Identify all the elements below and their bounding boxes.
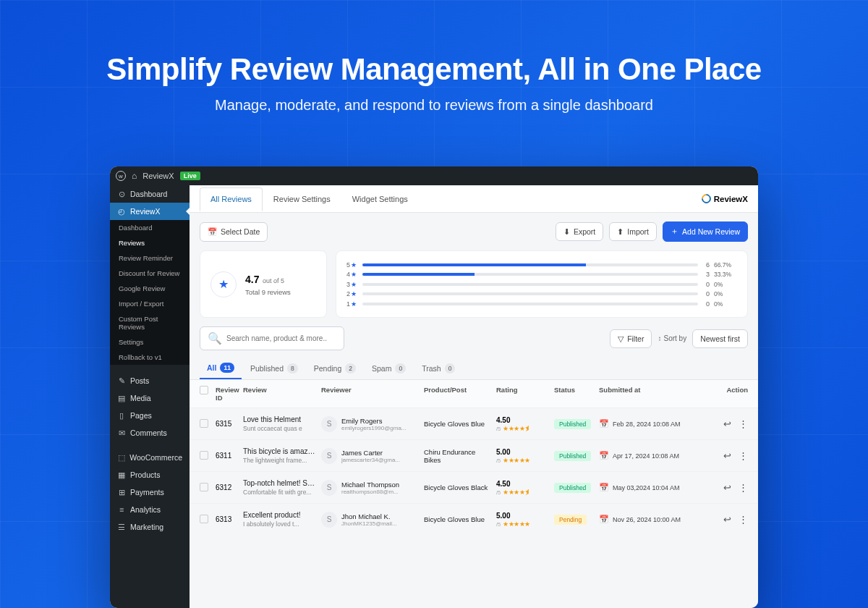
sidebar-item-reviews[interactable]: Reviews [110,235,190,250]
sidebar-item-posts[interactable]: ✎Posts [110,372,190,389]
rating-value: 4.50 [496,416,510,424]
export-button[interactable]: ⬇Export [556,222,603,241]
rating-value: 5.00 [496,512,510,520]
sidebar-item-woocommerce[interactable]: ⬚WooCommerce [110,449,190,466]
titlebar-app-name: ReviewX [142,172,174,180]
row-checkbox[interactable] [200,515,208,523]
review-title: Top-notch helmet! Saf... [243,479,315,487]
sidebar-item-rollback-to-v1[interactable]: Rollback to v1 [110,350,190,365]
status-tab-pending[interactable]: Pending2 [307,358,363,379]
wordpress-icon: w [116,171,126,181]
reviewer-name: James Carter [341,449,400,457]
sort-icon: ↕ [658,334,661,342]
count-badge: 2 [345,363,356,373]
sidebar-item-google-review[interactable]: Google Review [110,281,190,296]
main-content: All ReviewsReview SettingsWidget Setting… [190,185,758,608]
star-icon: ★ [210,271,237,297]
row-checkbox[interactable] [200,419,208,428]
sidebar-item-import-export[interactable]: Import / Export [110,296,190,311]
reviewer-email: JhonMK1235@mail... [341,520,397,527]
calendar-icon: 📅 [599,451,609,460]
row-checkbox[interactable] [200,483,208,491]
row-checkbox[interactable] [200,451,208,460]
menu-icon: ⬚ [117,453,125,462]
search-input[interactable] [226,334,336,342]
rating-distribution: 5★666.7%4★333.3%3★00%2★00%1★00% [336,250,748,318]
menu-icon: ⊙ [117,190,126,198]
sidebar-item-review-reminder[interactable]: Review Reminder [110,250,190,266]
sidebar-item-media[interactable]: ▤Media [110,389,190,407]
sidebar-item-discount-for-review[interactable]: Discount for Review [110,266,190,281]
sidebar-item-reviewx[interactable]: ◴ReviewX [110,203,190,220]
star-rating: ★★★★★ [503,457,530,464]
status-badge: Published [554,419,591,429]
upload-icon: ⬆ [617,227,624,236]
product-name: Bicycle Gloves Black [424,484,492,491]
newest-first-button[interactable]: Newest first [692,329,748,348]
download-icon: ⬇ [563,227,570,236]
rating-bar-3: 3★00% [346,281,737,288]
reviewer-name: Emily Rogers [341,417,407,425]
menu-icon: ✎ [117,376,126,385]
reviewer-email: jamescarter34@gma... [341,457,400,463]
status-tab-published[interactable]: Published8 [243,358,305,379]
add-new-review-button[interactable]: ＋Add New Review [663,221,748,242]
sidebar-item-settings[interactable]: Settings [110,334,190,350]
sidebar-item-products[interactable]: ▦Products [110,466,190,484]
reply-icon[interactable]: ↩ [723,514,731,525]
sidebar-item-custom-post-reviews[interactable]: Custom Post Reviews [110,311,190,334]
status-tab-spam[interactable]: Spam0 [365,358,413,379]
menu-icon: ✉ [117,428,126,437]
total-reviews: Total 9 reviews [245,288,291,296]
table-header: Review ID Review Reviewer Product/Post R… [190,380,758,408]
brand-icon [699,192,712,205]
tab-review-settings[interactable]: Review Settings [263,187,341,211]
menu-icon: ⊞ [117,488,126,497]
reply-icon[interactable]: ↩ [723,418,731,429]
brand-logo: ReviewX [702,194,748,203]
table-row: 6311 This bicycle is amazing!The lightwe… [190,439,758,471]
star-rating: ★★★★⯨ [503,425,531,432]
product-name: Bicycle Gloves Blue [424,420,492,428]
search-icon: 🔍 [208,332,222,345]
review-id: 6311 [216,452,243,460]
tab-all-reviews[interactable]: All Reviews [200,187,263,211]
sidebar-item-comments[interactable]: ✉Comments [110,424,190,442]
sidebar-item-pages[interactable]: ▯Pages [110,407,190,424]
home-icon[interactable]: ⌂ [132,171,137,181]
avatar: S [321,416,337,432]
more-icon[interactable]: ⋮ [739,418,748,429]
reply-icon[interactable]: ↩ [723,482,731,493]
table-row: 6313 Excellent product!I absolutely love… [190,503,758,535]
search-box[interactable]: 🔍 [200,326,344,350]
sidebar-item-dashboard[interactable]: ⊙Dashboard [110,185,190,203]
product-name: Bicycle Gloves Blue [424,515,492,523]
menu-icon: ≡ [117,505,126,514]
sidebar-item-payments[interactable]: ⊞Payments [110,484,190,501]
hero-subtitle: Manage, moderate, and respond to reviews… [0,97,868,114]
more-icon[interactable]: ⋮ [739,450,748,461]
tab-widget-settings[interactable]: Widget Settings [341,187,419,211]
plus-icon: ＋ [671,227,678,237]
star-rating: ★★★★⯨ [503,489,531,496]
calendar-icon: 📅 [599,515,609,524]
more-icon[interactable]: ⋮ [739,482,748,493]
review-excerpt: The lightweight frame... [243,457,315,464]
filter-button[interactable]: ▽Filter [610,329,652,348]
select-date-button[interactable]: 📅Select Date [200,222,268,242]
app-window: w ⌂ ReviewX Live ⊙Dashboard◴ReviewX Dash… [110,166,758,608]
rating-bar-1: 1★00% [346,300,737,308]
sidebar-item-analytics[interactable]: ≡Analytics [110,501,190,518]
menu-icon: ▤ [117,394,126,402]
more-icon[interactable]: ⋮ [739,514,748,525]
select-all-checkbox[interactable] [200,386,208,394]
calendar-icon: 📅 [599,483,609,492]
status-tab-all[interactable]: All11 [200,358,242,379]
sidebar-item-marketing[interactable]: ☰Marketing [110,518,190,536]
status-tab-trash[interactable]: Trash0 [414,358,462,379]
calendar-icon: 📅 [599,419,609,428]
import-button[interactable]: ⬆Import [609,222,657,241]
review-excerpt: Sunt occaecat quas e [243,425,315,432]
reply-icon[interactable]: ↩ [723,450,731,461]
sidebar-item-dashboard[interactable]: Dashboard [110,220,190,235]
